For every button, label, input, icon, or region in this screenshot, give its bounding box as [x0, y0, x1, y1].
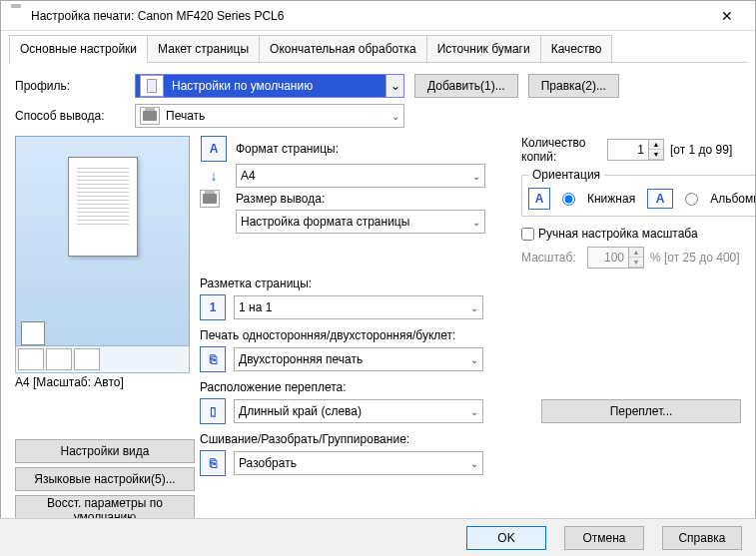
scale-range: % [от 25 до 400] [650, 251, 740, 265]
manual-scale-label: Ручная настройка масштаба [538, 227, 698, 241]
manual-scale-checkbox[interactable] [521, 228, 534, 241]
printer-small-icon [140, 107, 160, 125]
collate-label: Сшивание/Разобрать/Группирование: [200, 432, 741, 446]
preview-tool-3[interactable] [74, 348, 100, 370]
profile-label: Профиль: [15, 79, 135, 93]
preview-stack-icons [21, 321, 190, 345]
landscape-icon: A [647, 189, 673, 209]
output-size-label: Размер вывода: [236, 192, 325, 206]
binding-label: Расположение переплета: [200, 380, 741, 394]
printer-icon [9, 8, 25, 24]
copies-spinner[interactable]: ▲▼ [607, 139, 664, 161]
output-size-icon [200, 190, 220, 208]
binding-button[interactable]: Переплет... [541, 399, 741, 423]
edit-profile-button[interactable]: Правка(2)... [528, 74, 619, 98]
add-profile-button[interactable]: Добавить(1)... [414, 74, 518, 98]
landscape-radio[interactable] [685, 193, 698, 206]
tab-paper-source[interactable]: Источник бумаги [426, 35, 541, 63]
page-format-icon: A [201, 136, 227, 162]
pages-stack-icon [21, 321, 45, 345]
binding-select[interactable]: Длинный край (слева)⌄ [234, 399, 483, 423]
restore-defaults-button[interactable]: Восст. параметры по умолчанию [15, 495, 195, 519]
language-settings-button[interactable]: Языковые настройки(5)... [15, 467, 195, 491]
view-settings-button[interactable]: Настройки вида [15, 439, 195, 463]
portrait-icon: A [528, 188, 550, 210]
page-size-label: Формат страницы: [236, 142, 339, 156]
dialog-button-bar: OK Отмена Справка [0, 518, 756, 556]
page-preview-icon [68, 157, 138, 257]
orientation-group: Ориентация A Книжная A Альбомная [521, 168, 756, 217]
close-button[interactable]: ✕ [707, 8, 747, 24]
profile-select[interactable]: Настройки по умолчанию ⌄ [135, 74, 404, 98]
page-layout-label: Разметка страницы: [200, 277, 741, 290]
profile-icon [140, 75, 164, 97]
page-layout-select[interactable]: 1 на 1⌄ [234, 295, 483, 319]
sided-label: Печать односторонняя/двухсторонняя/букле… [200, 328, 741, 342]
preview-caption: A4 [Масштаб: Авто] [15, 375, 190, 389]
tab-quality[interactable]: Качество [540, 35, 613, 63]
scale-input [588, 248, 628, 268]
ok-button[interactable]: OK [466, 526, 546, 550]
duplex-icon: ⎘ [200, 346, 226, 372]
tab-main[interactable]: Основные настройки [9, 35, 148, 63]
scale-spinner: ▲▼ [587, 247, 644, 269]
tab-page-layout[interactable]: Макет страницы [147, 35, 260, 63]
preview-tool-1[interactable] [18, 348, 44, 370]
help-button[interactable]: Справка [662, 526, 742, 550]
arrow-down-icon: ↓ [211, 168, 218, 184]
collate-select[interactable]: Разобрать⌄ [234, 451, 483, 475]
spin-up[interactable]: ▲ [649, 140, 663, 150]
sided-select[interactable]: Двухсторонняя печать⌄ [234, 347, 483, 371]
layout-icon: 1 [200, 294, 226, 320]
output-method-select[interactable]: Печать ⌄ [135, 104, 404, 128]
chevron-down-icon: ⌄ [391, 111, 399, 122]
preview-tool-2[interactable] [46, 348, 72, 370]
titlebar: Настройка печати: Canon MF420 Series PCL… [1, 1, 755, 31]
tab-strip: Основные настройки Макет страницы Оконча… [1, 31, 755, 63]
tab-finishing[interactable]: Окончательная обработка [259, 35, 427, 63]
copies-label: Количество копий: [521, 136, 601, 164]
copies-input[interactable] [608, 140, 648, 160]
preview-toolbar [15, 345, 190, 373]
spin-down[interactable]: ▼ [649, 150, 663, 160]
portrait-radio[interactable] [562, 193, 575, 206]
page-size-select[interactable]: A4⌄ [236, 164, 485, 188]
output-method-label: Способ вывода: [15, 109, 135, 123]
binding-icon: ▯ [200, 398, 226, 424]
window-title: Настройка печати: Canon MF420 Series PCL… [31, 9, 707, 23]
chevron-down-icon: ⌄ [385, 75, 403, 97]
output-size-select[interactable]: Настройка формата страницы⌄ [236, 210, 485, 234]
scale-label: Масштаб: [521, 251, 581, 265]
copies-range: [от 1 до 99] [670, 143, 732, 157]
collate-icon: ⎘ [200, 450, 226, 476]
cancel-button[interactable]: Отмена [564, 526, 644, 550]
